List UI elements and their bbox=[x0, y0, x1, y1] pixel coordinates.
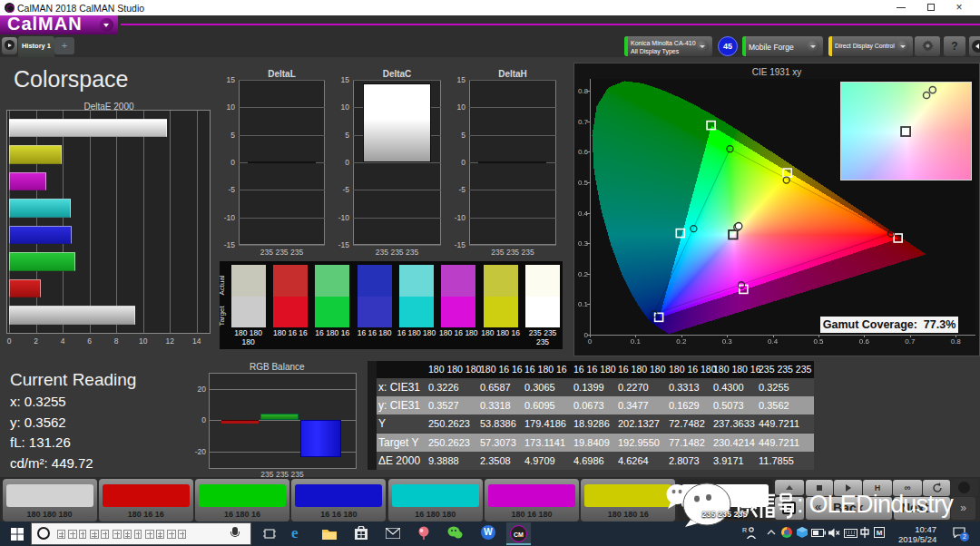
svg-text:R: R bbox=[742, 527, 747, 533]
